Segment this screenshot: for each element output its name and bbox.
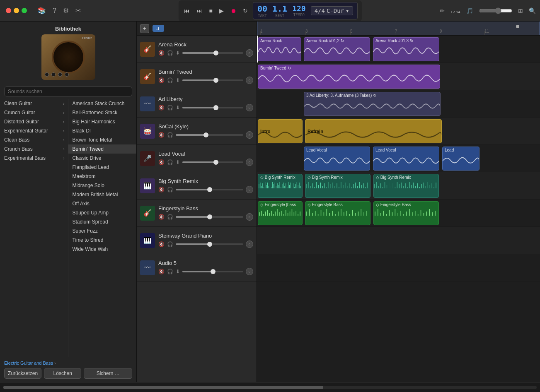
arrange-lane-burnin-tweed[interactable]: Burnin' Tweed ↻ xyxy=(257,63,540,90)
sidebar-item-burnin-tweed[interactable]: Burnin' Tweed xyxy=(68,144,137,154)
maximize-button[interactable] xyxy=(22,8,27,13)
arrange-lane-fingerstyle-bass[interactable]: ◇ Fingerstyle |bass xyxy=(257,200,540,227)
play-button[interactable]: ▶ xyxy=(218,7,225,15)
headphone-icon[interactable]: 🎧 xyxy=(167,50,173,56)
sidebar-item-maelstrom[interactable]: Maelstrom xyxy=(68,172,137,181)
sidebar-item-wide-wah[interactable]: Wide Wide Wah xyxy=(68,245,137,254)
sidebar-item-clean-bass[interactable]: Clean Bass › xyxy=(0,135,68,144)
close-button[interactable] xyxy=(6,8,11,13)
mute-icon[interactable]: 🔇 xyxy=(158,241,165,247)
master-volume-slider[interactable] xyxy=(479,7,512,14)
pan-knob[interactable]: ○ xyxy=(246,213,253,221)
clip-intro[interactable]: Intro xyxy=(258,119,303,143)
sidebar-item-off-axis[interactable]: Off Axis xyxy=(68,199,137,208)
track-row[interactable]: 🎸 Burnin' Tweed 🔇 🎧 ⬇ ○ xyxy=(137,63,257,90)
lcd-dropdown-icon[interactable]: ▾ xyxy=(346,7,349,14)
pan-knob[interactable]: ○ xyxy=(246,268,253,275)
mute-icon[interactable]: 🔇 xyxy=(158,77,165,83)
clip-refrain[interactable]: Refrain xyxy=(305,119,442,143)
track-volume-slider[interactable] xyxy=(176,243,243,245)
track-row[interactable]: 〰 Ad Liberty 🔇 🎧 ⬇ ○ xyxy=(137,90,257,118)
pan-knob[interactable]: ○ xyxy=(246,131,253,139)
clip-big-synth-1[interactable]: ◇ Big Synth Remix xyxy=(258,174,303,198)
track-volume-slider[interactable] xyxy=(182,107,243,108)
record-arm-icon[interactable]: ⬇ xyxy=(176,269,180,274)
track-volume-slider[interactable] xyxy=(182,161,243,163)
pan-knob[interactable]: ○ xyxy=(246,159,253,166)
clip-fingerstyle-3[interactable]: ◇ Fingerstyle Bass xyxy=(373,201,439,225)
track-row[interactable]: 🥁 SoCal (Kyle) 🔇 🎧 ○ xyxy=(137,118,257,145)
record-arm-icon[interactable]: ⬇ xyxy=(176,105,180,111)
arrange-lane-piano[interactable] xyxy=(257,227,540,254)
mute-icon[interactable]: 🔇 xyxy=(158,105,165,111)
clip-big-synth-3[interactable]: ◇ Big Synth Remix xyxy=(373,174,439,198)
arrange-lane-arena-rock[interactable]: Arena Rock Arena Rock #01,2 ↻ xyxy=(257,36,540,63)
headphone-icon[interactable]: 🎧 xyxy=(167,132,173,138)
clip-arena-rock-1[interactable]: Arena Rock xyxy=(258,37,301,61)
record-arm-icon[interactable]: ⬇ xyxy=(176,77,180,83)
track-volume-slider[interactable] xyxy=(176,134,243,136)
clip-big-synth-2[interactable]: ◇ Big Synth Remix xyxy=(305,174,370,198)
sidebar-item-modern-british[interactable]: Modern British Metal xyxy=(68,190,137,199)
sidebar-item-american-stack[interactable]: American Stack Crunch xyxy=(68,99,137,108)
track-volume-slider[interactable] xyxy=(182,52,243,54)
track-volume-slider[interactable] xyxy=(182,271,243,272)
sidebar-item-bell-bottomed[interactable]: Bell-Bottomed Stack xyxy=(68,108,137,117)
mute-icon[interactable]: 🔇 xyxy=(158,187,165,192)
clip-lead-vocal-2[interactable]: Lead Vocal xyxy=(373,147,439,171)
lcd-time-sig[interactable]: 4/4 C-Dur ▾ xyxy=(311,6,353,15)
record-arm-icon[interactable]: ⬇ xyxy=(176,50,180,56)
delete-button[interactable]: Löschen xyxy=(44,368,81,379)
clip-arena-rock-2[interactable]: Arena Rock #01,2 ↻ xyxy=(304,37,370,61)
loop-end-marker[interactable] xyxy=(516,25,519,28)
headphone-icon[interactable]: 🎧 xyxy=(167,269,173,274)
track-row[interactable]: 〰 Audio 5 🔇 🎧 ⬇ ○ xyxy=(137,254,257,281)
clip-fingerstyle-2[interactable]: ◇ Fingerstyle Bass xyxy=(305,201,370,225)
track-volume-slider[interactable] xyxy=(176,216,243,218)
pan-knob[interactable]: ○ xyxy=(246,104,253,111)
add-track-button[interactable]: + xyxy=(140,24,149,33)
sidebar-item-crunch-bass[interactable]: Crunch Bass › xyxy=(0,144,68,154)
track-row[interactable]: 🎤 Lead Vocal 🔇 🎧 ⬇ ○ xyxy=(137,145,257,172)
pencil-icon[interactable]: ✏ xyxy=(440,7,445,14)
pan-knob[interactable]: ○ xyxy=(246,49,253,57)
sidebar-item-souped-up[interactable]: Souped Up Amp xyxy=(68,208,137,217)
sidebar-item-stadium[interactable]: Stadium Spread xyxy=(68,217,137,226)
sidebar-item-super-fuzz[interactable]: Super Fuzz xyxy=(68,226,137,236)
headphone-icon[interactable]: 🎧 xyxy=(167,77,173,83)
mute-icon[interactable]: 🔇 xyxy=(158,269,165,274)
rewind-button[interactable]: ⏮ xyxy=(182,7,191,15)
pan-knob[interactable]: ○ xyxy=(246,186,253,193)
sidebar-item-clean-guitar[interactable]: Clean Guitar › xyxy=(0,99,68,108)
headphone-icon[interactable]: 🎧 xyxy=(167,105,173,111)
mute-icon[interactable]: 🔇 xyxy=(158,50,165,56)
forward-button[interactable]: ⏭ xyxy=(195,7,204,15)
mute-icon[interactable]: 🔇 xyxy=(158,214,165,220)
track-row[interactable]: 🎹 Big Synth Remix 🔇 🎧 ○ xyxy=(137,172,257,200)
arrange-lane-ad-liberty[interactable]: 3 Ad Liberty: 3. Aufnahme (3 Takes) ↻ xyxy=(257,90,540,118)
record-button[interactable]: ⏺ xyxy=(229,7,238,15)
help-icon[interactable]: ? xyxy=(53,7,56,14)
sidebar-item-black-di[interactable]: Black DI xyxy=(68,126,137,135)
sidebar-item-big-hair[interactable]: Big Hair Harmonics xyxy=(68,117,137,126)
sidebar-item-experimental-guitar[interactable]: Experimental Guitar › xyxy=(0,126,68,135)
headphone-icon[interactable]: 🎧 xyxy=(167,241,173,247)
horizontal-scrollbar[interactable] xyxy=(3,386,537,389)
bottom-scroll-bar[interactable] xyxy=(0,382,540,392)
sidebar-item-midrange-solo[interactable]: Midrange Solo xyxy=(68,181,137,190)
save-button[interactable]: Sichern … xyxy=(84,368,132,379)
sidebar-item-experimental-bass[interactable]: Experimental Bass › xyxy=(0,154,68,163)
sidebar-item-flangilated[interactable]: Flangilated Lead xyxy=(68,163,137,172)
sidebar-item-time-to-shred[interactable]: Time to Shred xyxy=(68,236,137,245)
track-volume-slider[interactable] xyxy=(182,79,243,81)
timeline-ruler[interactable]: 1 3 5 7 9 11 xyxy=(257,22,540,36)
sidebar-item-distorted-guitar[interactable]: Distorted Guitar › xyxy=(0,117,68,126)
record-arm-icon[interactable]: ⬇ xyxy=(176,159,180,165)
sidebar-item-brown-tone[interactable]: Brown Tone Metal xyxy=(68,135,137,144)
track-volume-slider[interactable] xyxy=(176,189,243,190)
mute-icon[interactable]: 🔇 xyxy=(158,132,165,138)
settings-icon[interactable]: ⚙ xyxy=(63,7,69,14)
library-icon[interactable]: 📚 xyxy=(38,7,46,14)
track-row[interactable]: 🎹 Steinway Grand Piano 🔇 🎧 ○ xyxy=(137,227,257,254)
clip-arena-rock-3[interactable]: Arena Rock #01,3 ↻ xyxy=(373,37,439,61)
